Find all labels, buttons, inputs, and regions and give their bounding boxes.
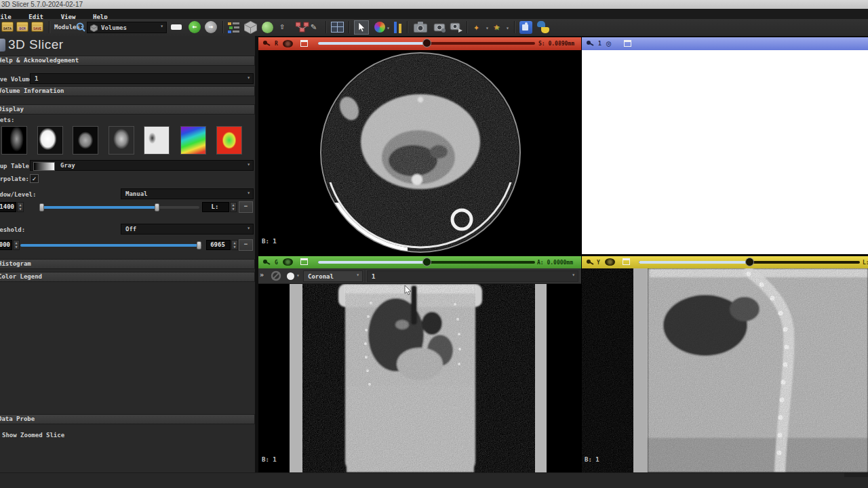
preset-ct-bone-icon[interactable]: [1, 126, 27, 155]
threshold-slider-handle[interactable]: [197, 241, 201, 249]
eye-visibility-icon[interactable]: [283, 40, 293, 47]
history-back-icon[interactable]: ←: [189, 21, 201, 33]
load-data-icon[interactable]: DATA: [1, 22, 14, 32]
red-slice-offset-slider[interactable]: [318, 42, 535, 45]
green-slider-handle[interactable]: [422, 258, 431, 266]
module-selector-combo[interactable]: Volumes ▾: [87, 22, 167, 33]
preset-dti-icon[interactable]: [216, 126, 242, 155]
section-histogram[interactable]: Histogram: [0, 259, 255, 269]
red-slider-handle[interactable]: [422, 39, 431, 47]
threshold-min-spin-arrows[interactable]: ▲▼: [13, 240, 20, 250]
adjust-window-level-icon[interactable]: [374, 22, 385, 33]
layer-volume-combo[interactable]: 1 ▾: [367, 270, 578, 282]
yellow-slice-controller: Y L:: [582, 256, 868, 268]
extensions-manager-icon[interactable]: [519, 21, 532, 34]
save-icon[interactable]: SAVE: [31, 22, 43, 32]
chevron-down-icon[interactable]: ▾: [387, 25, 390, 31]
scene-view-capture-icon[interactable]: [433, 22, 446, 33]
level-spin-arrows[interactable]: ▲▼: [230, 202, 237, 212]
section-color-legend[interactable]: Color Legend: [0, 272, 255, 282]
window-level-slider-handle-high[interactable]: [155, 203, 159, 211]
maximize-view-icon[interactable]: [300, 258, 308, 265]
yellow-slider-handle[interactable]: [745, 258, 754, 266]
screen-capture-icon[interactable]: [414, 22, 427, 33]
pin-icon[interactable]: [262, 39, 271, 47]
maximize-view-icon[interactable]: [300, 40, 308, 47]
threshold-slider[interactable]: [20, 244, 202, 247]
slice-offset-value[interactable]: A: 0.0000mm: [537, 260, 573, 266]
preset-ct-air-icon[interactable]: [37, 126, 63, 155]
dicom-icon[interactable]: DCM: [16, 22, 28, 32]
toolbar-separator: [326, 21, 327, 33]
view-label: Y: [597, 260, 600, 266]
slice-visibility-circle-icon[interactable]: [287, 272, 294, 280]
pin-icon[interactable]: [586, 258, 594, 266]
chevron-down-icon[interactable]: ▾: [486, 25, 489, 31]
layout-selector-icon[interactable]: [331, 22, 344, 33]
active-volume-combo[interactable]: 1 ▾: [30, 73, 254, 84]
place-markups-icon[interactable]: [393, 22, 403, 33]
slice-offset-value[interactable]: L:: [863, 260, 868, 266]
green-module-icon[interactable]: [262, 22, 273, 33]
scene-cube-icon[interactable]: [244, 21, 257, 34]
annotate-pencil-icon[interactable]: ✎: [311, 21, 316, 32]
green-slice-viewport[interactable]: B: 1: [258, 284, 581, 472]
red-slice-viewport[interactable]: B: 1: [258, 50, 581, 254]
maximize-view-icon[interactable]: [623, 258, 630, 265]
eye-visibility-icon[interactable]: [283, 258, 293, 266]
section-help-acknowledgement[interactable]: Help & Acknowledgement: [0, 56, 255, 66]
slicer-logo-icon: [0, 39, 5, 52]
window-level-options-button[interactable]: …: [239, 201, 253, 213]
markups-star-icon[interactable]: ★: [494, 20, 500, 33]
threshold-mode-combo[interactable]: Off ▾: [121, 224, 254, 235]
section-volume-information[interactable]: Volume Information: [0, 86, 255, 96]
window-level-mode-combo[interactable]: Manual ▾: [121, 188, 254, 199]
preset-pet-rainbow-icon[interactable]: [180, 126, 206, 155]
pin-icon[interactable]: [262, 258, 271, 266]
yellow-slice-viewport[interactable]: B: 1: [582, 268, 868, 472]
paste-icon[interactable]: ⇧: [279, 21, 285, 31]
slice-offset-value[interactable]: S: 0.0890mm: [538, 41, 574, 47]
window-spin-arrows[interactable]: ▲▼: [17, 202, 24, 212]
level-spinbox[interactable]: L: -500: [202, 202, 229, 212]
section-display[interactable]: Display: [0, 104, 255, 115]
module-history-icon[interactable]: [228, 22, 239, 33]
threshold-min-spinbox[interactable]: -1000: [0, 240, 12, 250]
window-level-slider[interactable]: [39, 206, 199, 209]
window-spinbox[interactable]: 1400: [0, 202, 16, 212]
threed-viewport[interactable]: [582, 50, 868, 254]
lookup-table-combo[interactable]: Gray ▾: [30, 160, 254, 171]
preset-ct-lung-icon[interactable]: [144, 126, 170, 155]
threshold-max-spin-arrows[interactable]: ▲▼: [231, 240, 238, 250]
pin-icon[interactable]: [586, 39, 594, 47]
green-slice-offset-slider[interactable]: [318, 261, 535, 264]
more-options-chevrons-icon[interactable]: »: [260, 271, 264, 279]
maximize-view-icon[interactable]: [624, 40, 631, 47]
history-forward-icon[interactable]: →: [205, 21, 217, 33]
yellow-slice-offset-slider[interactable]: [639, 261, 860, 264]
threshold-options-button[interactable]: …: [239, 239, 253, 251]
scene-view-restore-icon[interactable]: [449, 22, 462, 33]
chevron-down-icon[interactable]: ▾: [296, 272, 300, 279]
screenshot-minus-icon[interactable]: [171, 24, 182, 30]
mouse-mode-cursor-icon[interactable]: [354, 20, 369, 35]
orientation-combo[interactable]: Coronal ▾: [303, 270, 363, 282]
window-titlebar[interactable]: 3D Slicer 5.7.0-2024-02-17: [0, 0, 868, 9]
module-search-icon[interactable]: [76, 22, 86, 33]
interpolate-checkbox[interactable]: ✓: [30, 174, 39, 183]
link-slices-icon[interactable]: [270, 270, 282, 282]
section-data-probe[interactable]: Data Probe: [0, 414, 255, 424]
transforms-icon[interactable]: [296, 22, 309, 33]
window-level-slider-handle-low[interactable]: [39, 203, 44, 211]
python-console-icon[interactable]: [537, 21, 549, 33]
show-zoomed-slice-label[interactable]: Show Zoomed Slice: [2, 432, 64, 439]
crosshair-icon[interactable]: ✦: [473, 21, 479, 33]
threshold-max-spinbox[interactable]: 6965: [206, 240, 231, 250]
preset-ct-brain-icon[interactable]: [73, 126, 98, 155]
threshold-label: Threshold:: [0, 226, 25, 233]
statusbar-grip[interactable]: [844, 473, 868, 477]
chevron-down-icon[interactable]: ▾: [506, 25, 509, 31]
eye-visibility-icon[interactable]: [605, 258, 615, 266]
preset-ct-abdomen-icon[interactable]: [108, 126, 134, 155]
center-view-icon[interactable]: ◎: [606, 39, 611, 48]
